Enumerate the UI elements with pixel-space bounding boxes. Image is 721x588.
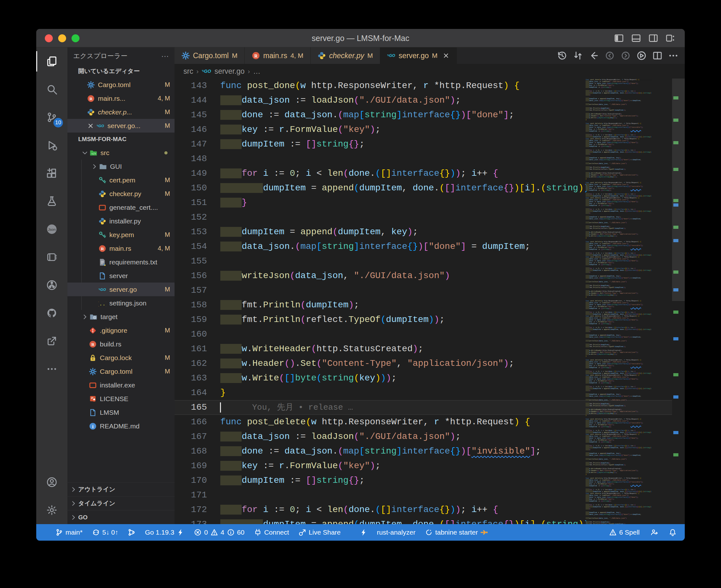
status-bar: main*5↓ 0↑Go 1.19.30460ConnectLive Share…: [36, 524, 685, 541]
open-editor-main.rs...[interactable]: Rmain.rs... 4, M: [67, 91, 174, 105]
activity-account[interactable]: [36, 468, 67, 496]
back-arrow-icon[interactable]: [589, 50, 599, 61]
customize-layout-icon[interactable]: [666, 34, 675, 43]
activity-container-tools[interactable]: [36, 243, 67, 271]
panel-アウトライン[interactable]: アウトライン: [67, 482, 174, 496]
tree-item-server[interactable]: server: [67, 269, 174, 282]
svg-text:GO: GO: [204, 69, 211, 74]
activity-more-views[interactable]: [36, 355, 67, 383]
run-code-icon[interactable]: [636, 50, 646, 61]
status-item-live-share-contacts[interactable]: [651, 529, 658, 536]
title-bar[interactable]: server.go — LMSM-for-Mac: [36, 29, 685, 47]
activity-share[interactable]: [36, 327, 67, 355]
tree-item-LMSM[interactable]: LMSM: [67, 405, 174, 419]
rust-icon: R: [99, 245, 106, 252]
activity-github[interactable]: [36, 299, 67, 327]
activity-source-control[interactable]: 10: [36, 103, 67, 131]
toggle-sidebar-icon[interactable]: [614, 34, 624, 43]
bluefile-icon: [89, 409, 97, 416]
tree-item-requirements.txt[interactable]: requirements.txt: [67, 255, 174, 269]
breadcrumb[interactable]: src›GOserver.go›…: [174, 64, 685, 79]
open-editor-server.go...[interactable]: GOserver.go... M: [67, 119, 174, 132]
panel-GO[interactable]: GO: [67, 510, 174, 524]
sidebar-panels: アウトラインタイムラインGO: [67, 482, 174, 524]
open-editor-Cargo.toml[interactable]: Cargo.toml M: [67, 78, 174, 91]
tree-item-build.rs[interactable]: Rbuild.rs: [67, 337, 174, 351]
timeline-history-icon[interactable]: [557, 50, 567, 61]
tree-item-.gitignore[interactable]: .gitignore M: [67, 323, 174, 337]
breadcrumb-item[interactable]: …: [253, 67, 260, 76]
tree-item-Cargo.lock[interactable]: Cargo.lock M: [67, 351, 174, 364]
breadcrumb-item[interactable]: src: [183, 67, 193, 76]
tree-item-LICENSE[interactable]: LICENSE: [67, 392, 174, 405]
open-editor-checker.p...[interactable]: checker.p... M: [67, 105, 174, 119]
tree-item-installer.py[interactable]: installer.py: [67, 214, 174, 228]
status-item-thunder[interactable]: [360, 529, 368, 536]
toggle-panel-icon[interactable]: [631, 34, 641, 43]
git-graph-icon: [128, 529, 136, 536]
scm-badge: 10: [54, 118, 63, 127]
tree-item-settings.json[interactable]: {..}settings.json: [67, 296, 174, 310]
live-share-icon: [298, 529, 306, 536]
status-item-git-branch[interactable]: main*: [55, 529, 83, 536]
activity-git-graph[interactable]: [36, 271, 67, 299]
activity-json-tools[interactable]: Json: [36, 215, 67, 243]
tab-Cargo.toml[interactable]: Cargo.tomlM: [174, 47, 245, 64]
open-changes-icon[interactable]: [573, 50, 583, 61]
tree-item-checker.py[interactable]: checker.py M: [67, 187, 174, 201]
activity-explorer[interactable]: [36, 47, 67, 75]
tree-item-main.rs[interactable]: Rmain.rs 4, M: [67, 241, 174, 255]
tab-checker.py[interactable]: checker.pyM: [311, 47, 380, 64]
open-editors-list: Cargo.toml M Rmain.rs... 4, M checker.p.…: [67, 78, 174, 132]
activity-search[interactable]: [36, 75, 67, 103]
tree-item-installer.exe[interactable]: installer.exe: [67, 378, 174, 392]
tree-item-server.go[interactable]: GOserver.go M: [67, 282, 174, 296]
panel-タイムライン[interactable]: タイムライン: [67, 496, 174, 510]
workspace-header[interactable]: LMSM-FOR-MAC: [67, 132, 174, 146]
status-item-tabnine[interactable]: tabnine starter: [425, 529, 488, 536]
sidebar-more-icon[interactable]: ···: [161, 51, 169, 60]
open-editors-header[interactable]: 開いているエディター: [67, 64, 174, 78]
tree-item-README.md[interactable]: iREADME.md: [67, 419, 174, 433]
tree-item-src[interactable]: </>src: [67, 146, 174, 160]
status-item-problems[interactable]: 0460: [194, 529, 245, 536]
activity-run-debug[interactable]: [36, 131, 67, 159]
activity-testing[interactable]: [36, 187, 67, 215]
scrollbar[interactable]: [672, 79, 685, 301]
close-icon[interactable]: [87, 122, 94, 129]
status-item-notifications[interactable]: [669, 529, 677, 536]
minimap[interactable]: func post_done(w http.ResponseWriter, r …: [585, 79, 672, 524]
tab-main.rs[interactable]: Rmain.rs4, M: [245, 47, 311, 64]
nav-back-icon[interactable]: [605, 50, 615, 61]
status-item-live-share[interactable]: Live Share: [298, 529, 341, 536]
toggle-secondary-sidebar-icon[interactable]: [648, 34, 658, 43]
status-item-connect[interactable]: Connect: [254, 529, 289, 536]
close-tab-icon[interactable]: [442, 52, 450, 59]
status-item-rust-analyzer[interactable]: rust-analyzer: [377, 529, 415, 536]
nav-forward-icon[interactable]: [621, 50, 631, 61]
pip-icon: [99, 258, 106, 266]
status-item-go-version[interactable]: Go 1.19.3: [145, 529, 184, 536]
split-editor-icon[interactable]: [652, 50, 662, 61]
status-item-spell-checker[interactable]: 6 Spell: [609, 529, 640, 536]
tree-item-Cargo.toml[interactable]: Cargo.toml M: [67, 364, 174, 378]
line-number: 171: [174, 488, 217, 503]
tree-item-key.pem[interactable]: key.pem M: [67, 228, 174, 241]
settings-icon: [46, 505, 57, 516]
chevron-right-icon: [81, 313, 88, 320]
status-item-git-sync[interactable]: 5↓ 0↑: [92, 529, 118, 536]
tree-item-generate_cert....[interactable]: generate_cert....: [67, 201, 174, 214]
status-item-git-graph[interactable]: [128, 529, 136, 536]
tree-item-target[interactable]: target: [67, 310, 174, 323]
more-actions-icon[interactable]: [668, 50, 678, 61]
svg-text:R: R: [89, 96, 92, 101]
tree-item-GUI[interactable]: GUI: [67, 160, 174, 173]
tab-server.go[interactable]: GOserver.goM: [380, 47, 457, 64]
activity-extensions[interactable]: [36, 159, 67, 187]
breadcrumb-item[interactable]: server.go: [214, 67, 245, 76]
ruler-info-mark: [673, 395, 678, 399]
tree-item-cert.pem[interactable]: cert.pem M: [67, 173, 174, 187]
python-icon: [99, 217, 106, 225]
activity-settings[interactable]: [36, 496, 67, 524]
license-icon: [89, 395, 97, 403]
